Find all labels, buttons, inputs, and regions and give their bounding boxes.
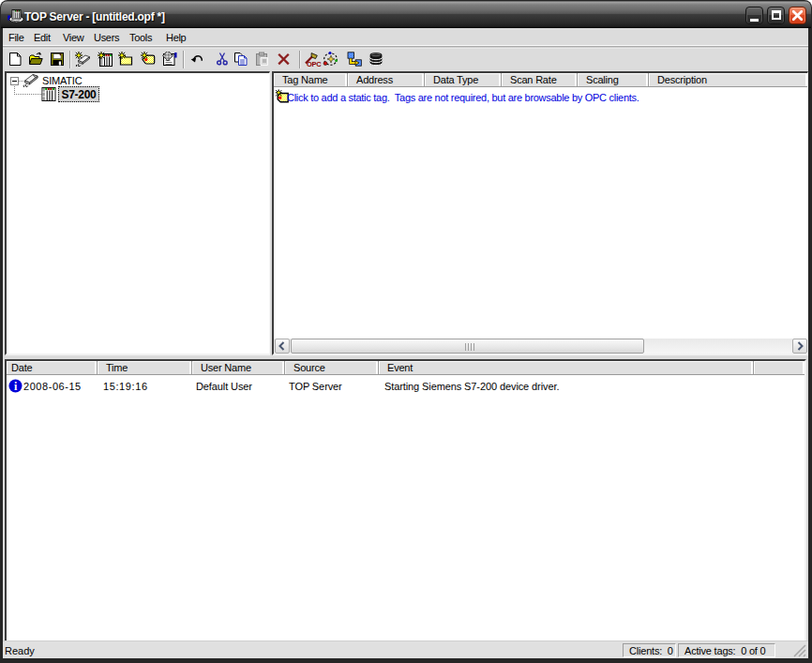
svg-text:OPC: OPC bbox=[307, 60, 322, 68]
